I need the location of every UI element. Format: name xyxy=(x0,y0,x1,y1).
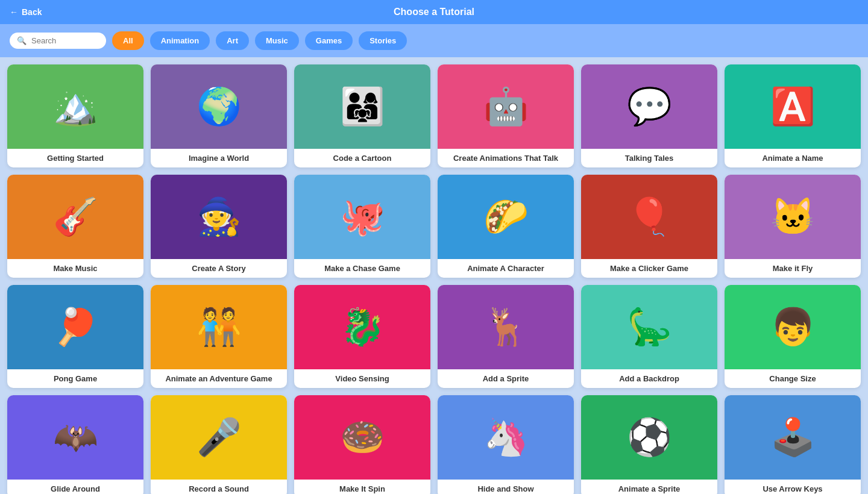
tutorial-card[interactable]: 🏓Pong Game xyxy=(7,285,143,388)
card-thumbnail-icon: 🅰️ xyxy=(770,89,816,125)
tutorial-card[interactable]: 👦Change Size xyxy=(725,285,861,388)
card-label: Change Size xyxy=(725,369,861,388)
tutorial-card[interactable]: 🐱Make it Fly xyxy=(725,175,861,278)
header-title: Choose a Tutorial xyxy=(394,7,474,17)
card-thumbnail: 🧑‍🤝‍🧑 xyxy=(151,285,287,369)
card-label: Animate an Adventure Game xyxy=(151,369,287,388)
card-thumbnail: 🧙 xyxy=(151,175,287,259)
card-thumbnail-icon: 🐱 xyxy=(770,199,816,235)
card-label: Animate A Character xyxy=(438,259,574,278)
card-thumbnail-icon: 🦇 xyxy=(53,419,98,455)
card-thumbnail: 🐙 xyxy=(294,175,430,259)
card-thumbnail-icon: 🍩 xyxy=(340,419,385,455)
tutorial-card[interactable]: 🧑‍🤝‍🧑Animate an Adventure Game xyxy=(151,285,287,388)
card-thumbnail-icon: 🐉 xyxy=(340,309,385,345)
card-label: Animate a Sprite xyxy=(581,480,717,494)
card-thumbnail: 🤖 xyxy=(438,64,574,149)
tutorial-card[interactable]: 👨‍👩‍👧Code a Cartoon xyxy=(294,64,430,167)
card-label: Make it Fly xyxy=(725,259,861,278)
card-thumbnail: 👨‍👩‍👧 xyxy=(294,64,430,149)
tutorial-card[interactable]: 💬Talking Tales xyxy=(581,64,717,167)
tutorial-card[interactable]: 🎈Make a Clicker Game xyxy=(581,175,717,278)
card-label: Create A Story xyxy=(151,259,287,278)
tutorial-card[interactable]: 🦌Add a Sprite xyxy=(438,285,574,388)
card-thumbnail: 🍩 xyxy=(294,395,430,480)
card-thumbnail-icon: 🧑‍🤝‍🧑 xyxy=(197,309,242,345)
back-button[interactable]: ← Back xyxy=(10,7,42,17)
card-thumbnail-icon: 🌍 xyxy=(197,89,242,125)
card-thumbnail: 🦇 xyxy=(7,395,143,480)
card-thumbnail: 💬 xyxy=(581,64,717,149)
card-thumbnail: 🅰️ xyxy=(725,64,861,149)
filter-art[interactable]: Art xyxy=(216,31,249,50)
card-thumbnail-icon: 🏓 xyxy=(53,309,98,345)
search-box[interactable]: 🔍 xyxy=(10,33,106,49)
card-thumbnail: 🎤 xyxy=(151,395,287,480)
card-label: Getting Started xyxy=(7,149,143,167)
card-label: Animate a Name xyxy=(725,149,861,167)
card-thumbnail-icon: 🦕 xyxy=(627,309,672,345)
card-thumbnail-icon: 👦 xyxy=(770,309,816,345)
card-thumbnail: 🏔️ xyxy=(7,64,143,149)
card-thumbnail: 🦄 xyxy=(438,395,574,480)
tutorial-card[interactable]: 🅰️Animate a Name xyxy=(725,64,861,167)
card-thumbnail: 👦 xyxy=(725,285,861,369)
card-label: Use Arrow Keys xyxy=(725,480,861,494)
card-thumbnail: ⚽ xyxy=(581,395,717,480)
back-arrow-icon: ← xyxy=(10,7,18,17)
card-thumbnail-icon: 💬 xyxy=(627,89,672,125)
filter-music[interactable]: Music xyxy=(255,31,299,50)
card-label: Video Sensing xyxy=(294,369,430,388)
tutorial-card[interactable]: 🤖Create Animations That Talk xyxy=(438,64,574,167)
filter-all[interactable]: All xyxy=(112,31,144,50)
card-thumbnail-icon: 🧙 xyxy=(197,199,242,235)
card-thumbnail-icon: 🌮 xyxy=(483,199,529,235)
filter-animation[interactable]: Animation xyxy=(150,31,210,50)
card-label: Add a Sprite xyxy=(438,369,574,388)
tutorial-card[interactable]: 🎤Record a Sound xyxy=(151,395,287,494)
card-thumbnail-icon: 👨‍👩‍👧 xyxy=(340,89,385,125)
filter-bar: 🔍 All Animation Art Music Games Stories xyxy=(0,24,868,57)
card-thumbnail: 🏓 xyxy=(7,285,143,369)
card-label: Talking Tales xyxy=(581,149,717,167)
card-label: Make Music xyxy=(7,259,143,278)
card-thumbnail-icon: 🏔️ xyxy=(53,89,98,125)
card-label: Make a Chase Game xyxy=(294,259,430,278)
tutorial-card[interactable]: 🦄Hide and Show xyxy=(438,395,574,494)
tutorial-card[interactable]: 🌮Animate A Character xyxy=(438,175,574,278)
tutorial-card[interactable]: 🍩Make It Spin xyxy=(294,395,430,494)
card-thumbnail-icon: 🎈 xyxy=(627,199,672,235)
card-thumbnail: 🎈 xyxy=(581,175,717,259)
tutorial-card[interactable]: 🎸Make Music xyxy=(7,175,143,278)
tutorial-card[interactable]: 🏔️Getting Started xyxy=(7,64,143,167)
card-label: Hide and Show xyxy=(438,480,574,494)
card-thumbnail: 🐱 xyxy=(725,175,861,259)
search-icon: 🔍 xyxy=(17,36,27,45)
tutorial-card[interactable]: 🐉Video Sensing xyxy=(294,285,430,388)
card-label: Pong Game xyxy=(7,369,143,388)
tutorial-card[interactable]: 🕹️Use Arrow Keys xyxy=(725,395,861,494)
filter-stories[interactable]: Stories xyxy=(359,31,407,50)
search-input[interactable] xyxy=(31,36,99,45)
card-thumbnail: 🌍 xyxy=(151,64,287,149)
card-thumbnail: 🦕 xyxy=(581,285,717,369)
tutorial-card[interactable]: ⚽Animate a Sprite xyxy=(581,395,717,494)
card-thumbnail-icon: ⚽ xyxy=(627,419,672,455)
card-label: Create Animations That Talk xyxy=(438,149,574,167)
card-thumbnail: 🐉 xyxy=(294,285,430,369)
card-label: Glide Around xyxy=(7,480,143,494)
tutorial-card[interactable]: 🧙Create A Story xyxy=(151,175,287,278)
card-thumbnail: 🎸 xyxy=(7,175,143,259)
card-label: Add a Backdrop xyxy=(581,369,717,388)
tutorial-card[interactable]: 🦕Add a Backdrop xyxy=(581,285,717,388)
card-thumbnail: 🌮 xyxy=(438,175,574,259)
card-thumbnail-icon: 🤖 xyxy=(483,89,529,125)
card-label: Code a Cartoon xyxy=(294,149,430,167)
tutorial-card[interactable]: 🌍Imagine a World xyxy=(151,64,287,167)
tutorial-card[interactable]: 🐙Make a Chase Game xyxy=(294,175,430,278)
card-label: Imagine a World xyxy=(151,149,287,167)
card-thumbnail-icon: 🐙 xyxy=(340,199,385,235)
tutorial-card[interactable]: 🦇Glide Around xyxy=(7,395,143,494)
filter-games[interactable]: Games xyxy=(305,31,353,50)
tutorial-grid: 🏔️Getting Started🌍Imagine a World👨‍👩‍👧Co… xyxy=(0,57,868,494)
